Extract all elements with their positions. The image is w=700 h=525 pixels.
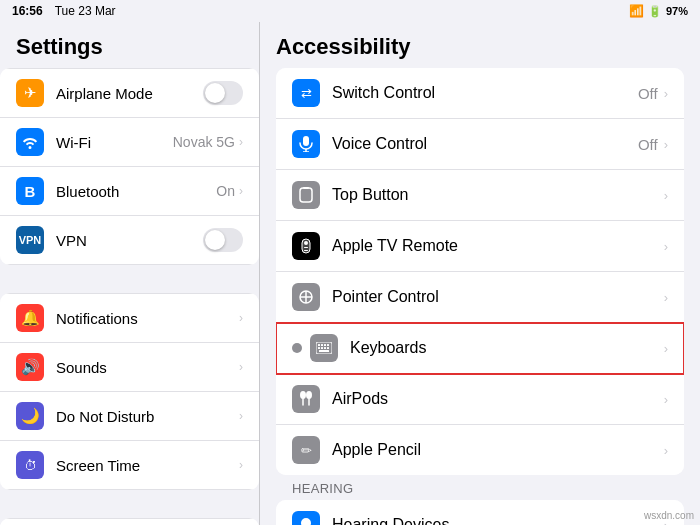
- svg-rect-18: [321, 347, 323, 349]
- hearing-devices-icon: [292, 511, 320, 525]
- right-panel-title: Accessibility: [260, 22, 700, 68]
- row-top-button[interactable]: Top Button ›: [276, 170, 684, 221]
- svg-rect-14: [321, 344, 323, 346]
- status-right: 📶 🔋 97%: [629, 4, 688, 18]
- svg-rect-3: [300, 188, 312, 202]
- status-bar: 16:56 Tue 23 Mar 📶 🔋 97%: [0, 0, 700, 22]
- sidebar-item-screen-time[interactable]: ⏱ Screen Time ›: [0, 441, 259, 490]
- sidebar-gap-2: [0, 490, 259, 518]
- bluetooth-value: On: [216, 183, 235, 199]
- sounds-chevron: ›: [239, 360, 243, 374]
- svg-rect-20: [327, 347, 329, 349]
- airpods-chevron: ›: [664, 392, 668, 407]
- sidebar: Settings ✈ Airplane Mode Wi-Fi Novak 5G: [0, 22, 260, 525]
- row-keyboards[interactable]: Keyboards ›: [276, 323, 684, 374]
- sidebar-item-general[interactable]: ⚙ General ›: [0, 518, 259, 525]
- apple-pencil-right-chevron: ›: [664, 443, 668, 458]
- sidebar-group-2: 🔔 Notifications › 🔊 Sounds › 🌙 Do Not Di…: [0, 293, 259, 490]
- voice-control-value: Off: [638, 136, 658, 153]
- watermark: wsxdn.com: [644, 510, 694, 521]
- top-button-icon: [292, 181, 320, 209]
- sounds-label: Sounds: [56, 359, 239, 376]
- svg-rect-7: [304, 247, 308, 248]
- screen-time-label: Screen Time: [56, 457, 239, 474]
- sidebar-item-wifi[interactable]: Wi-Fi Novak 5G ›: [0, 118, 259, 167]
- wifi-label: Wi-Fi: [56, 134, 173, 151]
- dnd-icon: 🌙: [16, 402, 44, 430]
- bluetooth-icon: B: [16, 177, 44, 205]
- battery-percent: 97%: [666, 5, 688, 17]
- sidebar-item-dnd[interactable]: 🌙 Do Not Disturb ›: [0, 392, 259, 441]
- battery-icon: 🔋: [648, 5, 662, 18]
- screen-time-chevron: ›: [239, 458, 243, 472]
- row-apple-pencil[interactable]: ✏ Apple Pencil ›: [276, 425, 684, 475]
- sidebar-gap-1: [0, 265, 259, 293]
- sidebar-item-sounds[interactable]: 🔊 Sounds ›: [0, 343, 259, 392]
- svg-rect-15: [324, 344, 326, 346]
- app-container: Settings ✈ Airplane Mode Wi-Fi Novak 5G: [0, 22, 700, 525]
- dnd-chevron: ›: [239, 409, 243, 423]
- apple-pencil-icon: ✏: [292, 436, 320, 464]
- right-panel: Accessibility ⇄ Switch Control Off ›: [260, 22, 700, 525]
- bluetooth-chevron: ›: [239, 184, 243, 198]
- svg-rect-8: [304, 250, 308, 251]
- airpods-icon: [292, 385, 320, 413]
- notifications-label: Notifications: [56, 310, 239, 327]
- svg-point-22: [300, 391, 306, 399]
- pointer-control-chevron: ›: [664, 290, 668, 305]
- keyboards-label: Keyboards: [350, 339, 664, 357]
- sidebar-item-bluetooth[interactable]: B Bluetooth On ›: [0, 167, 259, 216]
- sidebar-item-vpn[interactable]: VPN VPN: [0, 216, 259, 265]
- apple-pencil-right-label: Apple Pencil: [332, 441, 664, 459]
- dnd-label: Do Not Disturb: [56, 408, 239, 425]
- hearing-devices-label: Hearing Devices: [332, 516, 664, 525]
- svg-rect-16: [327, 344, 329, 346]
- svg-rect-21: [319, 350, 329, 352]
- pointer-control-icon: [292, 283, 320, 311]
- airplane-mode-toggle[interactable]: [203, 81, 243, 105]
- switch-control-icon: ⇄: [292, 79, 320, 107]
- row-airpods[interactable]: AirPods ›: [276, 374, 684, 425]
- row-hearing-devices[interactable]: Hearing Devices ›: [276, 500, 684, 525]
- apple-tv-remote-icon: [292, 232, 320, 260]
- wifi-icon-box: [16, 128, 44, 156]
- svg-point-6: [304, 241, 308, 245]
- apple-tv-remote-chevron: ›: [664, 239, 668, 254]
- row-pointer-control[interactable]: Pointer Control ›: [276, 272, 684, 323]
- sidebar-group-3: ⚙ General › ▦ Control Center › ☀ Display…: [0, 518, 259, 525]
- sounds-icon: 🔊: [16, 353, 44, 381]
- svg-rect-0: [303, 136, 309, 146]
- pointer-control-label: Pointer Control: [332, 288, 664, 306]
- sidebar-title: Settings: [0, 22, 259, 68]
- bluetooth-label: Bluetooth: [56, 183, 216, 200]
- sidebar-item-airplane-mode[interactable]: ✈ Airplane Mode: [0, 68, 259, 118]
- svg-rect-19: [324, 347, 326, 349]
- voice-control-label: Voice Control: [332, 135, 638, 153]
- row-apple-tv-remote[interactable]: Apple TV Remote ›: [276, 221, 684, 272]
- sidebar-item-notifications[interactable]: 🔔 Notifications ›: [0, 293, 259, 343]
- right-group-hearing: Hearing Devices › 🔊 Sound Recognition Of…: [276, 500, 684, 525]
- vpn-label: VPN: [56, 232, 203, 249]
- sidebar-group-1: ✈ Airplane Mode Wi-Fi Novak 5G › B: [0, 68, 259, 265]
- sidebar-list: ✈ Airplane Mode Wi-Fi Novak 5G › B: [0, 68, 259, 525]
- keyboards-dot: [292, 343, 302, 353]
- apple-tv-remote-label: Apple TV Remote: [332, 237, 664, 255]
- status-time: 16:56: [12, 4, 43, 18]
- right-group-1: ⇄ Switch Control Off › Voice Cont: [276, 68, 684, 475]
- airplane-mode-icon: ✈: [16, 79, 44, 107]
- vpn-toggle[interactable]: [203, 228, 243, 252]
- row-switch-control[interactable]: ⇄ Switch Control Off ›: [276, 68, 684, 119]
- svg-rect-4: [303, 187, 309, 189]
- keyboards-icon: [310, 334, 338, 362]
- notifications-chevron: ›: [239, 311, 243, 325]
- svg-point-24: [306, 391, 312, 399]
- switch-control-value: Off: [638, 85, 658, 102]
- svg-rect-13: [318, 344, 320, 346]
- svg-rect-17: [318, 347, 320, 349]
- switch-control-chevron: ›: [664, 86, 668, 101]
- airpods-label: AirPods: [332, 390, 664, 408]
- row-voice-control[interactable]: Voice Control Off ›: [276, 119, 684, 170]
- wifi-value: Novak 5G: [173, 134, 235, 150]
- right-panel-content: ⇄ Switch Control Off › Voice Cont: [260, 68, 700, 525]
- wifi-icon: 📶: [629, 4, 644, 18]
